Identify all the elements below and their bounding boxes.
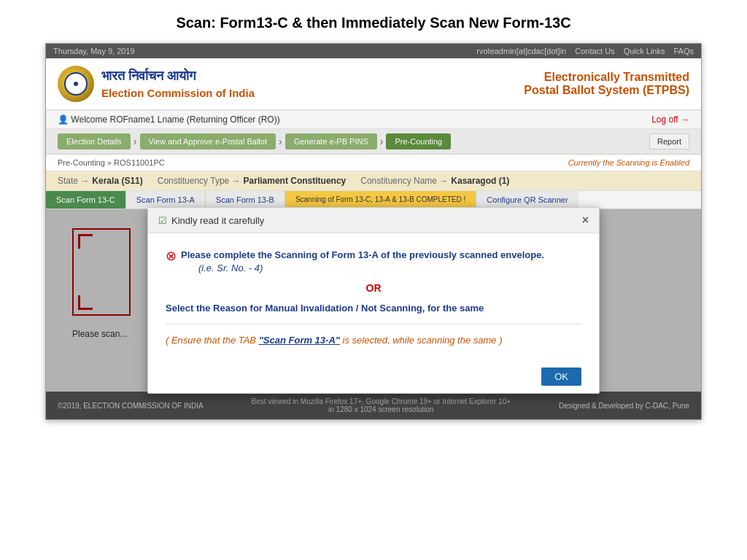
modal-ensure-link: "Scan Form 13-A"	[259, 335, 340, 346]
modal-dialog: ☑ Kindly read it carefully × ⊗ Please co…	[147, 207, 600, 394]
arrow-icon-2: ›	[279, 136, 282, 147]
modal-main-text: Please complete the Scanning of Form 13-…	[181, 248, 544, 262]
footer-center-line1: Best viewed in Mozilla Firefox 17+, Goog…	[252, 397, 511, 405]
modal-ensure-text: ( Ensure that the TAB "Scan Form 13-A" i…	[166, 335, 581, 346]
state-label: State →	[58, 176, 89, 186]
constituency-name-value: Kasaragod (1)	[451, 176, 509, 186]
nav-right: Report	[649, 133, 689, 149]
arrow-icon-3: ›	[380, 136, 384, 147]
header-left: भारत निर्वाचन आयोग Election Commission o…	[58, 66, 255, 102]
nav-tabs: Election Details › View and Approve e-Po…	[46, 129, 701, 155]
page-title: Scan: Form13-C & then Immediately Scan N…	[176, 15, 570, 31]
topbar-right: rvoteadmin[at]cdac[dot]in Contact Us Qui…	[476, 47, 694, 55]
etpbs-line2: Postal Ballot System (ETPBS)	[524, 84, 689, 97]
constituency-type-label: Constituency Type →	[158, 176, 241, 186]
checkmark-icon: ☑	[158, 215, 167, 226]
info-constituency-type: Constituency Type → Parliament Constitue…	[158, 176, 347, 186]
sub-tabs: Scan Form 13-C Scan Form 13-A Scan Form …	[46, 191, 701, 209]
logout-link[interactable]: Log off →	[651, 114, 689, 125]
subtab-scan-13a[interactable]: Scan Form 13-A	[126, 191, 206, 209]
modal-body: ⊗ Please complete the Scanning of Form 1…	[148, 233, 599, 360]
modal-title-text: Kindly read it carefully	[171, 215, 264, 226]
top-bar: Thursday, May 9, 2019 rvoteadmin[at]cdac…	[46, 44, 701, 58]
modal-close-button[interactable]: ×	[582, 214, 589, 227]
tab-election-details[interactable]: Election Details	[58, 133, 131, 149]
quick-links-link[interactable]: Quick Links	[624, 47, 665, 55]
ashoka-wheel	[64, 72, 88, 96]
welcome-bar: 👤 Welcome ROFname1 Lname (Returning Offi…	[46, 111, 701, 129]
header-english: Election Commission of India	[101, 85, 255, 101]
etpbs-line1: Electronically Transmitted	[524, 71, 689, 84]
modal-or: OR	[166, 282, 581, 294]
tab-generate-pins[interactable]: Generate e-PB PINS	[285, 133, 377, 149]
subtab-scan-13b[interactable]: Scan Form 13-B	[206, 191, 285, 209]
header-etpbs: Electronically Transmitted Postal Ballot…	[524, 71, 689, 97]
breadcrumb-bar: Pre-Counting » ROS11001PC Currently the …	[46, 155, 701, 171]
welcome-text: 👤 Welcome ROFname1 Lname (Returning Offi…	[58, 114, 280, 125]
tab-view-approve[interactable]: View and Approve e-Postal Ballot	[140, 133, 276, 149]
arrow-icon-1: ›	[133, 136, 137, 147]
tab-pre-counting[interactable]: Pre-Counting	[386, 133, 451, 149]
footer: ©2019, ELECTION COMMISSION OF INDIA Best…	[46, 392, 701, 419]
modal-sub-text: (i.e. Sr. No. - 4)	[198, 262, 544, 273]
topbar-email: rvoteadmin[at]cdac[dot]in	[476, 47, 566, 55]
state-value: Kerala (S11)	[92, 176, 142, 186]
logo	[58, 66, 94, 102]
footer-center-line2: in 1280 x 1024 screen resolution	[252, 405, 511, 413]
modal-overlay: ☑ Kindly read it carefully × ⊗ Please co…	[46, 209, 701, 392]
subtab-scan-13c[interactable]: Scan Form 13-C	[46, 191, 126, 209]
subtab-configure[interactable]: Configure QR Scanner	[476, 191, 578, 209]
ok-button[interactable]: OK	[541, 368, 581, 386]
subtab-completed[interactable]: Scanning of Form 13-C, 13-A & 13-B COMPL…	[285, 191, 476, 209]
footer-left: ©2019, ELECTION COMMISSION OF INDIA	[58, 402, 204, 410]
main-content: Please scan... ☑ Kindly read it carefull…	[46, 209, 701, 392]
modal-divider	[166, 324, 581, 324]
modal-footer: OK	[148, 360, 599, 393]
topbar-date: Thursday, May 9, 2019	[53, 47, 135, 55]
modal-main-content: Please complete the Scanning of Form 13-…	[181, 248, 544, 273]
faqs-link[interactable]: FAQs	[673, 47, 694, 55]
scanning-status: Currently the Scanning is Enabled	[568, 158, 689, 167]
header-hindi: भारत निर्वाचन आयोग	[101, 67, 255, 85]
info-row: State → Kerala (S11) Constituency Type →…	[46, 171, 701, 191]
footer-center: Best viewed in Mozilla Firefox 17+, Goog…	[252, 397, 511, 413]
modal-reason-text: Select the Reason for Manual Invalidatio…	[166, 303, 581, 314]
modal-title: ☑ Kindly read it carefully	[158, 215, 264, 226]
header: भारत निर्वाचन आयोग Election Commission o…	[46, 58, 701, 111]
contact-us-link[interactable]: Contact Us	[575, 47, 614, 55]
constituency-type-value: Parliament Constituency	[244, 176, 347, 186]
constituency-name-label: Constituency Name →	[360, 176, 448, 186]
info-constituency-name: Constituency Name → Kasaragod (1)	[360, 176, 509, 186]
browser-window: Thursday, May 9, 2019 rvoteadmin[at]cdac…	[45, 43, 702, 420]
error-icon: ⊗	[166, 248, 177, 264]
modal-header: ☑ Kindly read it carefully ×	[148, 208, 599, 233]
breadcrumb: Pre-Counting » ROS11001PC	[58, 158, 165, 167]
info-state: State → Kerala (S11)	[58, 176, 143, 186]
report-button[interactable]: Report	[649, 133, 689, 149]
footer-right: Designed & Developed by C-DAC, Pune	[559, 402, 689, 410]
header-text: भारत निर्वाचन आयोग Election Commission o…	[101, 67, 255, 101]
